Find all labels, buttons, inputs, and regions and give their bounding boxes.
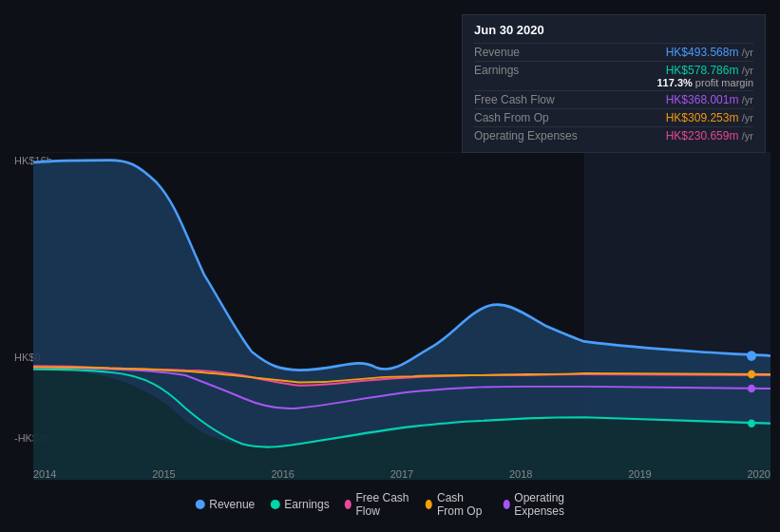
tooltip-row-label: Earnings [474,64,588,77]
legend-item[interactable]: Operating Expenses [503,491,584,518]
legend-dot [426,500,432,509]
x-label-2017: 2017 [390,468,413,480]
chart-container: Jun 30 2020 RevenueHK$493.568m /yrEarnin… [0,0,780,532]
legend-label: Revenue [209,498,255,511]
tooltip-row-value: HK$309.253m /yr [588,111,753,124]
legend-item[interactable]: Revenue [195,498,255,511]
legend-dot [503,500,509,509]
x-label-2016: 2016 [272,468,295,480]
legend-label: Cash From Op [437,491,488,518]
legend-dot [270,500,279,509]
x-label-2015: 2015 [152,468,175,480]
tooltip-row-value: HK$493.568m /yr [588,46,753,59]
tooltip-row-label: Operating Expenses [474,129,588,142]
svg-point-9 [748,385,755,393]
x-label-2020: 2020 [748,468,770,480]
svg-point-8 [748,370,755,379]
legend-item[interactable]: Cash From Op [426,491,487,518]
svg-point-6 [748,419,755,428]
legend-label: Free Cash Flow [355,491,410,518]
x-label-2018: 2018 [509,468,532,480]
legend-dot [345,500,352,509]
svg-point-5 [747,351,756,361]
legend-label: Operating Expenses [514,491,584,518]
tooltip-row-label: Cash From Op [474,111,588,124]
tooltip-row-value: HK$368.001m /yr [588,93,753,106]
chart-area [33,152,770,480]
legend-dot [195,500,204,509]
tooltip-row: Operating ExpensesHK$230.659m /yr [474,126,753,144]
x-axis-labels: 2014 2015 2016 2017 2018 2019 2020 [33,468,770,480]
tooltip-date: Jun 30 2020 [474,23,753,37]
x-label-2014: 2014 [33,468,56,480]
legend-item[interactable]: Free Cash Flow [345,491,411,518]
tooltip-row: EarningsHK$578.786m /yr117.3% profit mar… [474,61,753,90]
tooltip-box: Jun 30 2020 RevenueHK$493.568m /yrEarnin… [462,14,766,153]
tooltip-row-label: Free Cash Flow [474,93,588,106]
tooltip-row: Cash From OpHK$309.253m /yr [474,108,753,126]
legend-item[interactable]: Earnings [270,498,329,511]
tooltip-row-value: HK$230.659m /yr [588,129,753,142]
chart-legend: RevenueEarningsFree Cash FlowCash From O… [195,491,585,518]
chart-svg [33,152,770,480]
legend-label: Earnings [284,498,329,511]
tooltip-row-value: HK$578.786m /yr117.3% profit margin [588,64,753,88]
x-label-2019: 2019 [628,468,651,480]
tooltip-row-label: Revenue [474,46,588,59]
tooltip-row: RevenueHK$493.568m /yr [474,43,753,61]
tooltip-row: Free Cash FlowHK$368.001m /yr [474,90,753,108]
